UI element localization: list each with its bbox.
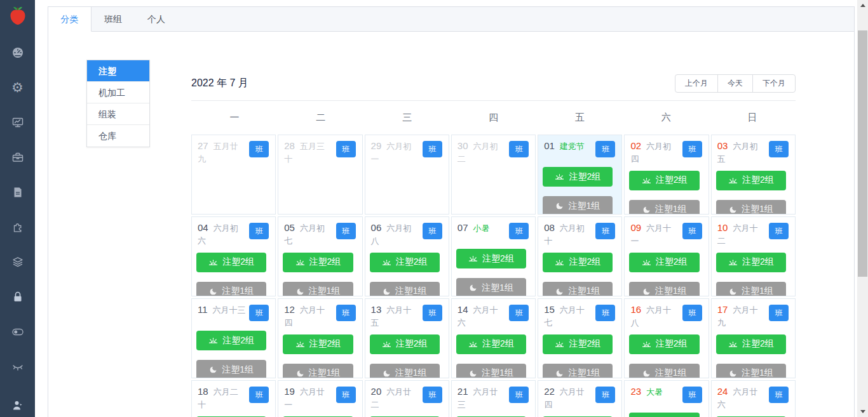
category-injection-molding[interactable]: 注塑 — [87, 60, 149, 82]
category-warehouse[interactable]: 仓库 — [87, 125, 149, 147]
calendar-day-cell[interactable]: 15六月十七 班 注塑2组 注塑1组 — [538, 298, 622, 378]
calendar-day-cell[interactable]: 20六月廿二 班 注塑2组 注塑1组 — [365, 380, 449, 417]
tab-team[interactable]: 班组 — [92, 7, 135, 32]
night-shift-button[interactable]: 注塑1组 — [283, 282, 353, 296]
night-shift-button[interactable]: 注塑1组 — [629, 364, 699, 378]
calendar-day-cell[interactable]: 07小暑 班 注塑2组 注塑1组 — [451, 216, 536, 296]
toggle-icon[interactable] — [11, 326, 24, 338]
duty-badge[interactable]: 班 — [682, 141, 702, 157]
day-shift-button[interactable]: 注塑2组 — [283, 253, 353, 272]
dashboard-icon[interactable] — [11, 46, 24, 59]
briefcase-icon[interactable] — [11, 151, 24, 164]
calendar-day-cell[interactable]: 23大暑 班 注塑2组 注塑1组 — [624, 380, 709, 417]
vertical-scrollbar[interactable] — [857, 0, 868, 417]
day-shift-button[interactable]: 注塑2组 — [716, 171, 786, 190]
scroll-down-arrow-icon[interactable] — [857, 406, 868, 417]
day-shift-button[interactable]: 注塑2组 — [629, 253, 699, 272]
night-shift-button[interactable]: 注塑1组 — [543, 196, 613, 215]
day-shift-button[interactable]: 注塑2组 — [716, 334, 786, 354]
duty-badge[interactable]: 班 — [769, 223, 789, 239]
night-shift-button[interactable]: 注塑1组 — [370, 364, 440, 378]
day-shift-button[interactable]: 注塑2组 — [196, 331, 266, 350]
eye-off-icon[interactable] — [11, 361, 24, 373]
app-logo[interactable] — [7, 4, 29, 26]
calendar-day-cell[interactable]: 21六月廿三 班 注塑2组 注塑1组 — [451, 380, 536, 417]
duty-badge[interactable]: 班 — [249, 387, 269, 403]
next-month-button[interactable]: 下个月 — [752, 74, 796, 93]
duty-badge[interactable]: 班 — [769, 141, 789, 157]
day-shift-button[interactable]: 注塑2组 — [716, 253, 786, 272]
day-shift-button[interactable]: 注塑2组 — [370, 253, 440, 272]
duty-badge[interactable]: 班 — [595, 387, 615, 403]
night-shift-button[interactable]: 注塑1组 — [196, 360, 266, 378]
calendar-day-cell[interactable]: 29六月初一 班 — [365, 135, 449, 215]
calendar-day-cell[interactable]: 04六月初六 班 注塑2组 注塑1组 — [191, 216, 276, 296]
day-shift-button[interactable]: 注塑2组 — [543, 334, 613, 354]
duty-badge[interactable]: 班 — [336, 141, 356, 157]
calendar-day-cell[interactable]: 14六月十六 班 注塑2组 注塑1组 — [451, 298, 536, 378]
night-shift-button[interactable]: 注塑1组 — [283, 364, 353, 378]
calendar-day-cell[interactable]: 12六月十四 班 注塑2组 注塑1组 — [278, 298, 362, 378]
duty-badge[interactable]: 班 — [595, 141, 615, 157]
calendar-day-cell[interactable]: 17六月十九 班 注塑2组 注塑1组 — [711, 298, 796, 378]
night-shift-button[interactable]: 注塑1组 — [196, 282, 266, 296]
tab-category[interactable]: 分类 — [48, 7, 92, 32]
document-icon[interactable] — [11, 186, 24, 199]
calendar-day-cell[interactable]: 02六月初四 班 注塑2组 注塑1组 — [624, 135, 709, 215]
day-shift-button[interactable]: 注塑2组 — [370, 334, 440, 354]
night-shift-button[interactable]: 注塑1组 — [629, 200, 699, 215]
duty-badge[interactable]: 班 — [682, 305, 702, 321]
duty-badge[interactable]: 班 — [509, 305, 529, 321]
day-shift-button[interactable]: 注塑2组 — [629, 413, 699, 417]
duty-badge[interactable]: 班 — [595, 305, 615, 321]
duty-badge[interactable]: 班 — [509, 141, 529, 157]
scroll-up-arrow-icon[interactable] — [857, 0, 868, 11]
day-shift-button[interactable]: 注塑2组 — [196, 253, 266, 272]
night-shift-button[interactable]: 注塑1组 — [543, 282, 613, 296]
monitor-chart-icon[interactable] — [11, 116, 24, 129]
night-shift-button[interactable]: 注塑1组 — [370, 282, 440, 296]
duty-badge[interactable]: 班 — [423, 305, 442, 321]
night-shift-button[interactable]: 注塑1组 — [543, 364, 613, 378]
duty-badge[interactable]: 班 — [769, 387, 789, 403]
today-button[interactable]: 今天 — [717, 74, 753, 93]
calendar-day-cell[interactable]: 01建党节 班 注塑2组 注塑1组 — [538, 135, 622, 215]
duty-badge[interactable]: 班 — [682, 387, 702, 403]
night-shift-button[interactable]: 注塑1组 — [456, 278, 526, 296]
calendar-day-cell[interactable]: 11六月十三 班 注塑2组 注塑1组 — [191, 298, 276, 378]
night-shift-button[interactable]: 注塑1组 — [716, 282, 786, 296]
duty-badge[interactable]: 班 — [509, 223, 529, 239]
lock-icon[interactable] — [11, 291, 24, 303]
settings-gear-icon[interactable]: ⚙ — [11, 81, 24, 94]
user-icon[interactable] — [0, 399, 35, 412]
duty-badge[interactable]: 班 — [423, 141, 442, 157]
calendar-day-cell[interactable]: 27五月廿九 班 — [191, 135, 276, 215]
calendar-day-cell[interactable]: 06六月初八 班 注塑2组 注塑1组 — [365, 216, 449, 296]
duty-badge[interactable]: 班 — [249, 141, 269, 157]
calendar-day-cell[interactable]: 18六月二十 班 注塑2组 注塑1组 — [191, 380, 276, 417]
calendar-day-cell[interactable]: 08六月初十 班 注塑2组 注塑1组 — [538, 216, 622, 296]
layers-icon[interactable] — [11, 256, 24, 268]
day-shift-button[interactable]: 注塑2组 — [629, 171, 699, 190]
duty-badge[interactable]: 班 — [682, 223, 702, 239]
night-shift-button[interactable]: 注塑1组 — [456, 364, 526, 378]
category-machining[interactable]: 机加工 — [87, 82, 149, 103]
duty-badge[interactable]: 班 — [249, 223, 269, 239]
day-shift-button[interactable]: 注塑2组 — [456, 249, 526, 268]
calendar-day-cell[interactable]: 10六月十二 班 注塑2组 注塑1组 — [711, 216, 796, 296]
day-shift-button[interactable]: 注塑2组 — [629, 334, 699, 354]
duty-badge[interactable]: 班 — [509, 387, 529, 403]
plugin-puzzle-icon[interactable] — [11, 221, 24, 234]
calendar-day-cell[interactable]: 03六月初五 班 注塑2组 注塑1组 — [711, 135, 796, 215]
duty-badge[interactable]: 班 — [423, 223, 442, 239]
prev-month-button[interactable]: 上个月 — [675, 74, 718, 93]
calendar-day-cell[interactable]: 16六月十八 班 注塑2组 注塑1组 — [624, 298, 709, 378]
day-shift-button[interactable]: 注塑2组 — [543, 167, 613, 187]
calendar-day-cell[interactable]: 24六月廿六 班 注塑2组 注塑1组 — [711, 380, 796, 417]
duty-badge[interactable]: 班 — [336, 305, 356, 321]
day-shift-button[interactable]: 注塑2组 — [283, 334, 353, 354]
category-assembly[interactable]: 组装 — [87, 103, 149, 125]
night-shift-button[interactable]: 注塑1组 — [716, 364, 786, 378]
calendar-day-cell[interactable]: 05六月初七 班 注塑2组 注塑1组 — [278, 216, 362, 296]
night-shift-button[interactable]: 注塑1组 — [629, 282, 699, 296]
